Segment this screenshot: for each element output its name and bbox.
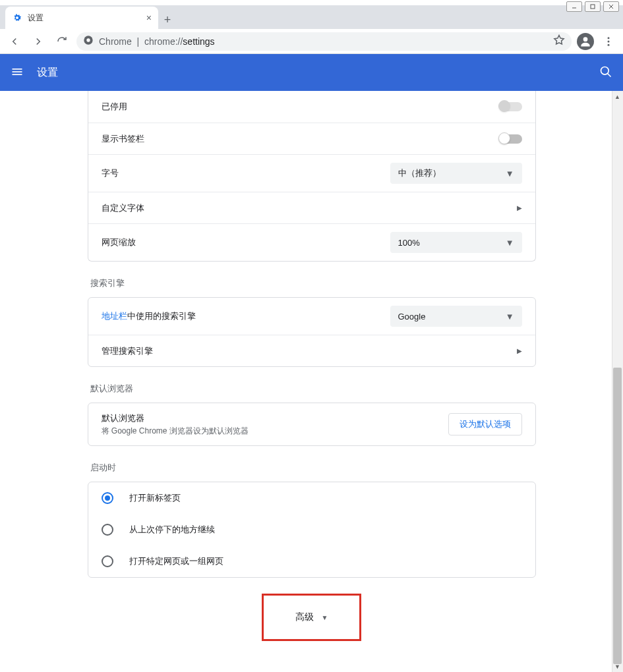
section-title-search: 搜索引擎: [90, 277, 536, 289]
gear-icon: [12, 13, 22, 23]
scrollbar-thumb[interactable]: [613, 368, 622, 664]
address-bar[interactable]: Chrome | chrome://settings: [76, 32, 572, 51]
radio-new-tab[interactable]: [102, 492, 113, 504]
chevron-down-icon: ▼: [506, 312, 514, 322]
advanced-section: 高级 ▼: [88, 594, 536, 641]
row-label: 自定义字体: [102, 202, 517, 214]
zoom-dropdown[interactable]: 100% ▼: [390, 232, 522, 253]
search-engine-dropdown[interactable]: Google ▼: [390, 306, 522, 327]
chevron-right-icon: ▶: [517, 204, 522, 211]
kebab-menu-button[interactable]: [599, 32, 618, 51]
content: 已停用 显示书签栏 字号 中（推荐） ▼ 自定义字体 ▶ 网页缩放: [88, 91, 536, 641]
radio-label: 打开新标签页: [129, 492, 181, 504]
row-custom-font[interactable]: 自定义字体 ▶: [88, 192, 535, 223]
appearance-card: 已停用 显示书签栏 字号 中（推荐） ▼ 自定义字体 ▶ 网页缩放: [88, 91, 536, 262]
default-browser-subtitle: 将 Google Chrome 浏览器设为默认浏览器: [102, 426, 448, 437]
radio-label: 从上次停下的地方继续: [129, 524, 215, 536]
chevron-right-icon: ▶: [517, 347, 522, 354]
radio-specific-pages[interactable]: [102, 555, 113, 567]
chevron-down-icon: ▼: [506, 169, 514, 179]
back-button[interactable]: [5, 32, 24, 51]
toolbar: Chrome | chrome://settings: [0, 29, 623, 54]
default-browser-card: 默认浏览器 将 Google Chrome 浏览器设为默认浏览器 设为默认选项: [88, 403, 536, 446]
close-icon[interactable]: ×: [146, 13, 152, 23]
forward-button[interactable]: [29, 32, 47, 51]
row-manage-search-engines[interactable]: 管理搜索引擎 ▶: [88, 335, 535, 366]
content-scroll[interactable]: 已停用 显示书签栏 字号 中（推荐） ▼ 自定义字体 ▶ 网页缩放: [0, 91, 623, 672]
svg-rect-11: [13, 71, 22, 72]
row-show-bookmarks[interactable]: 显示书签栏: [88, 123, 535, 154]
dropdown-value: Google: [398, 312, 426, 322]
radio-row-continue[interactable]: 从上次停下的地方继续: [88, 514, 535, 546]
chevron-down-icon: ▼: [506, 238, 514, 248]
toggle-theme: [500, 102, 522, 111]
radio-label: 打开特定网页或一组网页: [129, 555, 223, 567]
svg-point-6: [583, 37, 588, 42]
toggle-bookmarks[interactable]: [500, 134, 522, 144]
radio-row-new-tab[interactable]: 打开新标签页: [88, 482, 535, 514]
scroll-up-icon[interactable]: ▲: [612, 91, 623, 102]
dropdown-value: 中（推荐）: [398, 167, 441, 179]
address-bar-link[interactable]: 地址栏: [102, 311, 127, 321]
radio-row-specific-pages[interactable]: 打开特定网页或一组网页: [88, 546, 535, 577]
svg-point-5: [86, 38, 90, 42]
profile-button[interactable]: [577, 33, 594, 50]
svg-rect-12: [13, 74, 22, 75]
section-title-default-browser: 默认浏览器: [90, 383, 536, 395]
url-text: Chrome | chrome://settings: [99, 36, 215, 47]
search-icon[interactable]: [599, 65, 612, 80]
default-browser-title: 默认浏览器: [102, 412, 448, 424]
settings-header: 设置: [0, 54, 623, 91]
scroll-down-icon[interactable]: ▼: [612, 661, 623, 672]
row-page-zoom: 网页缩放 100% ▼: [88, 223, 535, 261]
advanced-label: 高级: [295, 611, 314, 623]
svg-point-9: [608, 43, 610, 45]
tabs-row: 设置 × +: [0, 5, 623, 29]
row-label: 管理搜索引擎: [102, 345, 517, 357]
font-size-dropdown[interactable]: 中（推荐） ▼: [390, 163, 522, 184]
scrollbar-track[interactable]: ▲ ▼: [612, 91, 623, 672]
row-label: 地址栏中使用的搜索引擎: [102, 310, 390, 322]
svg-point-8: [608, 40, 610, 42]
search-engine-card: 地址栏中使用的搜索引擎 Google ▼ 管理搜索引擎 ▶: [88, 297, 536, 367]
svg-point-7: [608, 37, 610, 39]
row-addressbar-search: 地址栏中使用的搜索引擎 Google ▼: [88, 298, 535, 335]
advanced-button[interactable]: 高级 ▼: [262, 594, 362, 641]
tab-title: 设置: [28, 13, 141, 24]
window-close-button[interactable]: [603, 1, 619, 12]
radio-continue[interactable]: [102, 524, 113, 536]
startup-card: 打开新标签页 从上次停下的地方继续 打开特定网页或一组网页: [88, 482, 536, 578]
svg-line-14: [608, 73, 611, 76]
row-label: 网页缩放: [102, 237, 390, 248]
dropdown-value: 100%: [398, 238, 420, 248]
row-default-browser: 默认浏览器 将 Google Chrome 浏览器设为默认浏览器 设为默认选项: [88, 403, 535, 445]
reload-button[interactable]: [53, 32, 71, 51]
page-title: 设置: [37, 66, 58, 80]
svg-rect-10: [13, 69, 22, 70]
new-tab-button[interactable]: +: [158, 11, 177, 29]
chevron-down-icon: ▼: [322, 614, 328, 621]
hamburger-icon[interactable]: [11, 65, 24, 80]
row-label: 默认浏览器 将 Google Chrome 浏览器设为默认浏览器: [102, 412, 448, 437]
tab-settings[interactable]: 设置 ×: [5, 7, 158, 29]
chrome-icon: [83, 35, 94, 47]
svg-rect-1: [591, 5, 595, 9]
window-minimize-button[interactable]: [566, 1, 582, 12]
row-disabled-theme[interactable]: 已停用: [88, 91, 535, 123]
row-font-size: 字号 中（推荐） ▼: [88, 154, 535, 192]
star-icon[interactable]: [553, 34, 565, 48]
row-label: 已停用: [102, 101, 500, 113]
svg-point-13: [601, 67, 609, 74]
window-maximize-button[interactable]: [585, 1, 601, 12]
row-label: 字号: [102, 167, 390, 179]
section-title-startup: 启动时: [90, 462, 536, 474]
window-controls: [566, 1, 619, 12]
titlebar: [0, 0, 623, 5]
set-default-button[interactable]: 设为默认选项: [448, 413, 522, 435]
row-label: 显示书签栏: [102, 133, 500, 145]
